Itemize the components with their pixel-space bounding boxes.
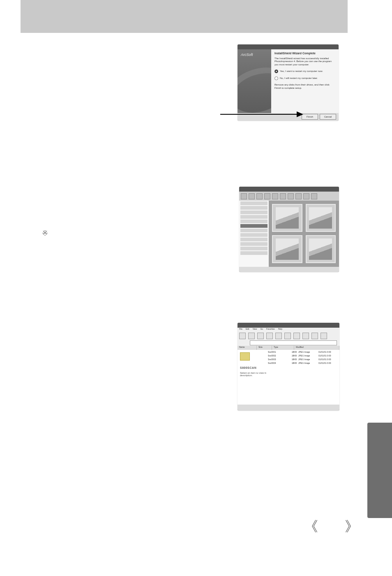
browser-status-bar [239,267,339,272]
radio-icon [274,76,278,80]
scanner-menubar[interactable]: File Edit View Go Favorites Help [238,328,339,332]
file-mod: 01/01/01 0:00 [317,351,339,353]
col-name[interactable]: Name [238,346,257,350]
wizard-side-art: ArcSoft [238,49,271,113]
scanner-left-sub: Select an item to view its description. [240,372,269,377]
paste-icon[interactable] [284,333,291,339]
menu-item[interactable]: Help [278,328,282,332]
scanner-titlebar [238,323,339,328]
wizard-body-1: The InstallShield wizard has successfull… [274,57,335,67]
toolbar-icon[interactable] [288,193,294,199]
file-row[interactable]: Ssc0002 18KB JPEG Image 01/01/01 0:00 [266,354,339,357]
up-icon[interactable] [257,333,264,339]
address-field[interactable] [250,340,337,345]
wizard-body-2: Remove any disks from their drives, and … [274,83,335,90]
scanner-status-bar [238,405,339,410]
wizard-option-restart-now[interactable]: Yes, I want to restart my computer now. [274,69,335,73]
arrow-head-icon [297,111,303,117]
delete-icon[interactable] [302,333,309,339]
col-type[interactable]: Type [272,346,294,350]
toolbar-icon[interactable] [280,193,286,199]
page-header [21,0,348,33]
radio-icon [274,69,278,73]
menu-item[interactable]: View [253,328,257,332]
file-size: 18KB [284,358,297,361]
forward-icon[interactable] [248,333,255,339]
toolbar-icon[interactable] [311,193,317,199]
wizard-titlebar [238,44,339,49]
tree-node[interactable] [240,233,267,237]
file-size: 18KB [284,354,297,357]
menu-item[interactable]: File [239,328,242,332]
callout-arrow [220,114,302,115]
file-type: JPEG Image [297,362,317,364]
tree-node[interactable] [240,229,267,232]
scanner-address-bar [238,340,339,346]
toolbar-icon[interactable] [241,193,247,199]
finish-button[interactable]: Finish [302,114,318,120]
browser-thumbnail-grid [269,201,339,267]
file-type: JPEG Image [297,354,317,357]
thumbnail-image [276,238,299,259]
tree-node[interactable] [240,215,267,219]
views-icon[interactable] [321,333,327,339]
tree-node[interactable] [240,220,267,223]
tree-node-selected[interactable] [240,224,267,228]
cancel-button[interactable]: Cancel [320,114,336,120]
file-row[interactable]: Ssc0003 18KB JPEG Image 01/01/01 0:00 [266,357,339,361]
browser-toolbar [239,192,339,201]
scanner-toolbar [238,332,339,340]
scanner-file-list[interactable]: Ssc0001 18KB JPEG Image 01/01/01 0:00 Ss… [266,350,339,405]
file-name: Ssc0003 [266,358,284,361]
tree-node[interactable] [240,201,267,205]
copy-icon[interactable] [275,333,282,339]
toolbar-icon[interactable] [249,193,255,199]
screenshot-scanner-folder: File Edit View Go Favorites Help Name Si… [238,323,339,410]
undo-icon[interactable] [293,333,300,339]
tree-node[interactable] [240,206,267,210]
tree-node[interactable] [240,251,267,255]
properties-icon[interactable] [311,333,318,339]
tree-node[interactable] [240,242,267,246]
toolbar-icon[interactable] [256,193,263,199]
menu-item[interactable]: Favorites [266,328,275,332]
back-icon[interactable] [239,333,246,339]
file-row[interactable]: Ssc0004 18KB JPEG Image 01/01/01 0:00 [266,361,339,365]
col-size[interactable]: Size [257,346,272,350]
thumbnail[interactable] [272,235,302,263]
wizard-content: InstallShield Wizard Complete The Instal… [271,49,339,113]
thumbnail[interactable] [306,235,336,263]
wizard-option-restart-later[interactable]: No, I will restart my computer later. [274,76,335,80]
side-tab [367,423,392,518]
wizard-brand: ArcSoft [241,53,253,57]
thumbnail[interactable] [272,204,302,232]
file-row[interactable]: Ssc0001 18KB JPEG Image 01/01/01 0:00 [266,350,339,354]
toolbar-icon[interactable] [264,193,270,199]
menu-item[interactable]: Go [260,328,263,332]
scanner-folder-title: S800SCAN [240,366,269,369]
tree-node[interactable] [240,247,267,250]
file-size: 18KB [284,362,297,364]
browser-folder-tree[interactable] [239,201,269,267]
toolbar-icon[interactable] [303,193,309,199]
wizard-option-restart-now-label: Yes, I want to restart my computer now. [280,70,323,73]
screenshot-install-wizard: ArcSoft InstallShield Wizard Complete Th… [238,44,339,120]
thumbnail-image [276,207,299,228]
browser-titlebar [239,187,339,192]
thumbnail-image [309,238,332,259]
scanner-column-headers[interactable]: Name Size Type Modified [238,346,339,350]
toolbar-icon[interactable] [272,193,278,199]
tree-node[interactable] [240,211,267,214]
file-name: Ssc0004 [266,362,284,364]
note-symbol: ※ [42,229,48,238]
cut-icon[interactable] [266,333,273,339]
tree-node[interactable] [240,238,267,241]
menu-item[interactable]: Edit [246,328,249,332]
wizard-option-restart-later-label: No, I will restart my computer later. [280,77,318,80]
col-mod[interactable]: Modified [294,346,339,350]
screenshot-image-browser [239,187,339,272]
toolbar-icon[interactable] [295,193,302,199]
file-mod: 01/01/01 0:00 [317,358,339,361]
file-type: JPEG Image [297,351,317,353]
thumbnail[interactable] [306,204,336,232]
